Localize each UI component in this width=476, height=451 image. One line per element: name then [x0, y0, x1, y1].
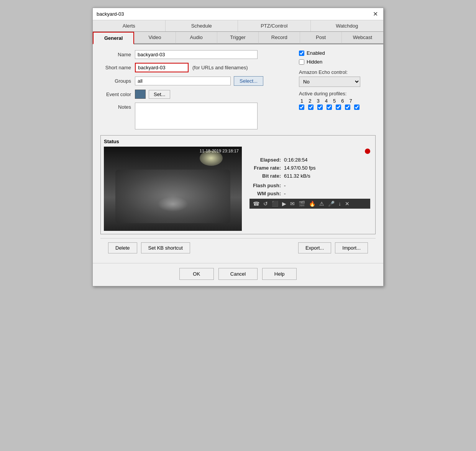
event-color-label: Event color	[100, 92, 135, 97]
toolbar-fire-icon[interactable]: 🔥	[308, 200, 317, 207]
toolbar-mic-icon[interactable]: 🎤	[327, 200, 336, 207]
color-swatch[interactable]	[135, 90, 146, 99]
wm-push-row: WM push: -	[249, 191, 370, 196]
cancel-button[interactable]: Cancel	[218, 268, 258, 280]
bit-rate-label: Bit rate:	[249, 173, 284, 179]
pool-ripple	[158, 196, 188, 212]
tab-audio[interactable]: Audio	[176, 32, 217, 44]
toolbar-email-icon[interactable]: ✉	[289, 200, 296, 207]
notes-input[interactable]	[135, 103, 258, 129]
pool-light	[200, 150, 223, 166]
frame-rate-row: Frame rate: 14.97/0.50 fps	[249, 165, 370, 171]
tab-ptz-control[interactable]: PTZ/Control	[238, 20, 311, 31]
short-name-note: (for URLs and filenames)	[192, 65, 248, 70]
toolbar-down-icon[interactable]: ↓	[337, 200, 342, 207]
profiles-numbers: 1 2 3 4 5 6 7	[299, 98, 376, 104]
groups-input[interactable]	[135, 77, 231, 85]
profiles-checkboxes	[299, 105, 376, 110]
footer-buttons: OK Cancel Help	[93, 263, 383, 286]
status-title: Status	[104, 139, 372, 144]
profiles-section: Active during profiles: 1 2 3 4 5 6 7	[299, 91, 376, 110]
toolbar-film-icon[interactable]: 🎬	[297, 200, 306, 207]
profile-3-checkbox[interactable]	[317, 105, 323, 110]
camera-feed: 11-18-2019 23:18:17	[104, 147, 242, 231]
right-form: Enabled Hidden Amazon Echo control: No Y…	[299, 50, 376, 110]
set-kb-button[interactable]: Set KB shortcut	[141, 242, 190, 253]
left-form: Name Short name (for URLs and filenames)…	[100, 50, 287, 133]
camera-background: 11-18-2019 23:18:17	[104, 147, 242, 231]
elapsed-value: 0:16:28:54	[284, 157, 307, 163]
tab-general[interactable]: General	[93, 32, 134, 44]
tab-record[interactable]: Record	[259, 32, 300, 44]
notes-label: Notes	[100, 103, 135, 110]
status-section: Status 11-18-2019 23:18:17	[100, 135, 376, 234]
tab-post[interactable]: Post	[300, 32, 341, 44]
short-name-input[interactable]	[135, 63, 189, 72]
frame-rate-label: Frame rate:	[249, 165, 284, 171]
flash-push-row: Flash push: -	[249, 183, 370, 188]
tab-webcast[interactable]: Webcast	[342, 32, 383, 44]
toolbar-warning-icon[interactable]: ⚠	[318, 200, 325, 207]
toolbar-phone-icon[interactable]: ☎	[252, 200, 261, 207]
enabled-label: Enabled	[307, 50, 325, 56]
title-bar: backyard-03 ✕	[93, 8, 383, 20]
main-dialog: backyard-03 ✕ Alerts Schedule PTZ/Contro…	[92, 8, 384, 286]
tab-watchdog[interactable]: Watchdog	[311, 20, 384, 31]
hidden-label: Hidden	[307, 59, 322, 65]
amazon-echo-label: Amazon Echo control:	[299, 69, 376, 75]
enabled-row: Enabled	[299, 50, 376, 56]
bottom-tab-bar: General Video Audio Trigger Record Post …	[93, 32, 383, 44]
wm-push-label: WM push:	[249, 191, 284, 196]
hidden-row: Hidden	[299, 59, 376, 65]
amazon-echo-section: Amazon Echo control: No Yes	[299, 69, 376, 87]
profiles-label: Active during profiles:	[299, 91, 376, 96]
export-button[interactable]: Export...	[298, 242, 331, 253]
status-info: Elapsed: 0:16:28:54 Frame rate: 14.97/0.…	[248, 147, 372, 231]
delete-button[interactable]: Delete	[108, 242, 137, 253]
ok-button[interactable]: OK	[179, 268, 214, 280]
tab-alerts[interactable]: Alerts	[93, 20, 166, 31]
notes-row: Notes	[100, 103, 287, 129]
profile-4-checkbox[interactable]	[327, 105, 332, 110]
profile-1-checkbox[interactable]	[299, 105, 304, 110]
profile-6-checkbox[interactable]	[345, 105, 350, 110]
help-button[interactable]: Help	[262, 268, 297, 280]
elapsed-row: Elapsed: 0:16:28:54	[249, 157, 370, 163]
amazon-echo-select[interactable]: No Yes	[299, 77, 360, 87]
groups-row: Groups Select...	[100, 76, 287, 86]
name-label: Name	[100, 52, 135, 57]
enabled-checkbox[interactable]	[299, 51, 304, 56]
name-input[interactable]	[135, 50, 258, 59]
event-color-row: Event color Set...	[100, 90, 287, 99]
import-button[interactable]: Import...	[335, 242, 368, 253]
toolbar-play-icon[interactable]: ▶	[281, 200, 287, 207]
bit-rate-value: 611.32 kB/s	[284, 173, 310, 179]
top-tab-bar: Alerts Schedule PTZ/Control Watchdog	[93, 20, 383, 32]
wm-push-value: -	[284, 191, 286, 196]
select-button[interactable]: Select...	[234, 76, 263, 86]
close-button[interactable]: ✕	[371, 10, 379, 18]
profile-2-checkbox[interactable]	[308, 105, 314, 110]
tab-trigger[interactable]: Trigger	[217, 32, 259, 44]
action-buttons: Delete Set KB shortcut Export... Import.…	[100, 238, 376, 257]
window-title: backyard-03	[97, 11, 124, 17]
toolbar-refresh-icon[interactable]: ↺	[262, 200, 269, 207]
tab-schedule[interactable]: Schedule	[166, 20, 238, 31]
tab-video[interactable]: Video	[134, 32, 176, 44]
short-name-row: Short name (for URLs and filenames)	[100, 63, 287, 72]
toolbar-strip: ☎ ↺ ⬛ ▶ ✉ 🎬 🔥 ⚠ 🎤 ↓ ✕	[249, 199, 370, 209]
hidden-checkbox[interactable]	[299, 59, 304, 65]
status-content: 11-18-2019 23:18:17 Elapsed: 0:16:28:54	[104, 147, 372, 231]
recording-indicator	[365, 149, 370, 154]
frame-rate-value: 14.97/0.50 fps	[284, 165, 315, 171]
profile-5-checkbox[interactable]	[336, 105, 341, 110]
bit-rate-row: Bit rate: 611.32 kB/s	[249, 173, 370, 179]
toolbar-close-icon[interactable]: ✕	[344, 200, 351, 207]
toolbar-screen-icon[interactable]: ⬛	[271, 200, 279, 207]
content-area: Name Short name (for URLs and filenames)…	[93, 44, 383, 263]
set-color-button[interactable]: Set...	[149, 90, 170, 99]
profile-7-checkbox[interactable]	[354, 105, 359, 110]
name-row: Name	[100, 50, 287, 59]
groups-label: Groups	[100, 78, 135, 84]
flash-push-label: Flash push:	[249, 183, 284, 188]
